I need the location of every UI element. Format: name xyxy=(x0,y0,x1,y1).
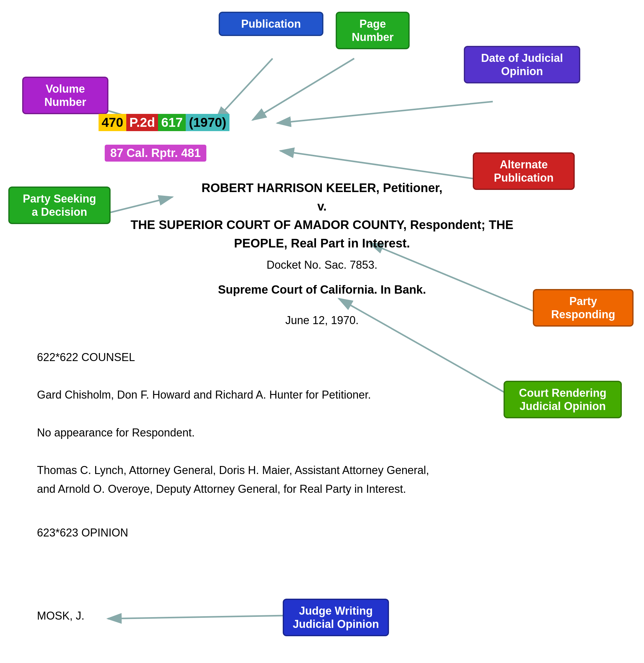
volume-number-text: VolumeNumber xyxy=(44,83,86,108)
case-title-line1: ROBERT HARRISON KEELER, Petitioner, xyxy=(62,179,582,197)
court-name: Supreme Court of California. In Bank. xyxy=(0,283,644,296)
page-number-label: PageNumber xyxy=(336,12,409,49)
judge-writing-label: Judge WritingJudicial Opinion xyxy=(283,599,389,636)
alternate-citation: 87 Cal. Rptr. 481 xyxy=(105,145,206,162)
date-opinion-label: Date of JudicialOpinion xyxy=(464,46,580,84)
volume-number-label: VolumeNumber xyxy=(22,77,108,114)
svg-line-2 xyxy=(252,59,354,120)
case-title-line4: PEOPLE, Real Part in Interest. xyxy=(62,234,582,252)
case-date: June 12, 1970. xyxy=(0,314,644,327)
svg-line-5 xyxy=(280,151,473,179)
counsel-section: 622*622 COUNSEL Gard Chisholm, Don F. Ho… xyxy=(37,348,429,499)
svg-line-1 xyxy=(216,59,272,120)
case-title: ROBERT HARRISON KEELER, Petitioner, v. T… xyxy=(62,179,582,252)
counsel-line4: Thomas C. Lynch, Attorney General, Doris… xyxy=(37,461,429,480)
svg-line-7 xyxy=(370,243,533,311)
counsel-line2: Gard Chisholm, Don F. Howard and Richard… xyxy=(37,385,429,404)
counsel-line5: and Arnold O. Overoye, Deputy Attorney G… xyxy=(37,480,429,498)
page-number-text: PageNumber xyxy=(352,18,394,43)
year: (1970) xyxy=(186,114,229,131)
court-rendering-label: Court RenderingJudicial Opinion xyxy=(504,381,622,418)
counsel-line3: No appearance for Respondent. xyxy=(37,423,429,442)
publication-name: P.2d xyxy=(126,114,158,131)
publication-label: Publication xyxy=(219,12,324,36)
counsel-header: 622*622 COUNSEL xyxy=(37,348,429,367)
court-rendering-text: Court RenderingJudicial Opinion xyxy=(519,387,606,412)
svg-line-3 xyxy=(277,101,493,123)
page-number: 617 xyxy=(158,114,186,131)
judge-name: MOSK, J. xyxy=(37,610,84,622)
opinion-section: 623*623 OPINION xyxy=(37,523,128,542)
svg-line-9 xyxy=(108,616,283,619)
volume-number: 470 xyxy=(98,114,126,131)
docket-number: Docket No. Sac. 7853. xyxy=(0,258,644,272)
citation-bar: 470 P.2d 617 (1970) xyxy=(98,114,229,131)
publication-text: Publication xyxy=(241,18,301,30)
judge-writing-text: Judge WritingJudicial Opinion xyxy=(293,604,379,631)
case-title-line2: v. xyxy=(62,197,582,215)
case-title-line3: THE SUPERIOR COURT OF AMADOR COUNTY, Res… xyxy=(62,215,582,234)
opinion-header: 623*623 OPINION xyxy=(37,523,128,542)
date-opinion-text: Date of JudicialOpinion xyxy=(481,52,563,77)
